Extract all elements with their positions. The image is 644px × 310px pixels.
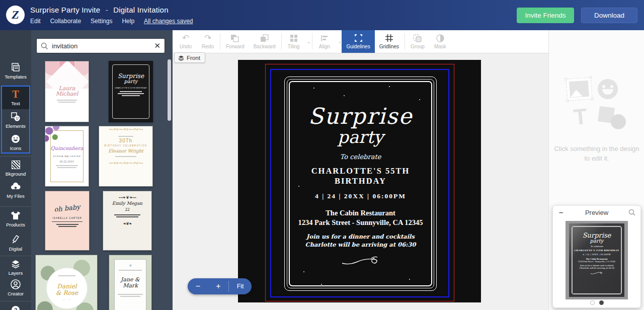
flourish-ornament[interactable] bbox=[338, 253, 383, 266]
chevron-down-icon[interactable]: ⌄ bbox=[338, 39, 342, 44]
menu-settings[interactable]: Settings bbox=[91, 18, 112, 25]
icons-icon bbox=[0, 134, 31, 144]
sidebar-divider bbox=[0, 256, 31, 256]
invite-to-celebrate[interactable]: To celebrate bbox=[290, 153, 431, 161]
sidebar-item-templates[interactable]: Templates bbox=[0, 62, 31, 80]
clear-search-icon[interactable]: ✕ bbox=[154, 41, 160, 50]
send-backward-icon bbox=[260, 34, 269, 42]
template-thumbnail-daniel-rose[interactable]: Daniel & Rose — · — bbox=[35, 255, 98, 310]
page-dot-1[interactable] bbox=[590, 300, 595, 305]
template-thumbnail-oh-baby[interactable]: oh baby ISABELLA CARTER bbox=[45, 191, 90, 251]
chevron-down-icon[interactable]: ⌄ bbox=[307, 39, 311, 44]
gold-flourish: ~∾~∾~∾~ bbox=[99, 126, 152, 132]
sidebar-item-digital[interactable]: Digital bbox=[0, 235, 31, 252]
sidebar-item-products[interactable]: Products bbox=[0, 210, 31, 227]
sidebar-label: Digital bbox=[0, 246, 31, 252]
align-button[interactable]: Align bbox=[313, 34, 336, 49]
minimize-icon[interactable]: – bbox=[559, 208, 563, 216]
smiley-placeholder-icon bbox=[598, 79, 618, 99]
decorative-line bbox=[114, 214, 140, 215]
circle-placeholder-icon bbox=[611, 114, 626, 129]
undo-icon: ↶ bbox=[182, 34, 189, 42]
magnifier-icon[interactable] bbox=[628, 209, 635, 216]
download-button[interactable]: Download bbox=[581, 8, 637, 23]
design-artboard[interactable]: Surprise party To celebrate CHARLOTTE'S … bbox=[238, 60, 481, 302]
sidebar-item-bkground[interactable]: Bkground bbox=[0, 160, 31, 177]
invite-address[interactable]: 1234 Park Street - Sunnyville, CA 12345 bbox=[290, 218, 431, 227]
canvas-toolbar: ↶ Undo ↷ Redo Forward Backward Tiling bbox=[173, 30, 548, 53]
guidelines-button[interactable]: Guidelines bbox=[342, 30, 374, 53]
invitation-frame[interactable]: Surprise party To celebrate CHARLOTTE'S … bbox=[284, 76, 437, 291]
decorative-line bbox=[115, 156, 136, 157]
properties-panel: T Click something in the design to edit … bbox=[548, 30, 644, 310]
sidebar-item-creator[interactable]: Creator bbox=[0, 279, 31, 296]
invite-friends-button[interactable]: Invite Friends bbox=[517, 8, 574, 23]
gridlines-button[interactable]: Gridlines bbox=[375, 30, 404, 53]
white-circle: Daniel & Rose — · — bbox=[47, 268, 87, 308]
template-thumbnail-surprise-party[interactable]: Surprise party CHARLOTTE'S 55TH BIRTHDAY bbox=[109, 61, 153, 122]
app-window: Z Surprise Party Invite - Digital Invita… bbox=[0, 0, 644, 310]
title-separator: - bbox=[106, 6, 108, 14]
zoom-in-button[interactable]: + bbox=[208, 282, 229, 291]
sidebar-item-icons[interactable]: Icons bbox=[0, 134, 31, 151]
sidebar-label: Creator bbox=[0, 291, 31, 296]
invite-script-subtitle[interactable]: party bbox=[290, 127, 431, 147]
sidebar-divider bbox=[0, 206, 31, 207]
invite-date-line[interactable]: 4 | 24 | 20XX | 06:00PM bbox=[290, 192, 431, 200]
invite-note-1[interactable]: Join us for a dinner and cocktails bbox=[290, 233, 431, 240]
sidebar-item-layers[interactable]: Layers bbox=[0, 259, 31, 276]
template-thumbnail-30th-birthday[interactable]: ~∾~∾~∾~ 30Th BIRTHDAY CELEBRATION Eleano… bbox=[99, 126, 153, 187]
decorative-line bbox=[52, 221, 83, 222]
decorative-line bbox=[58, 275, 75, 276]
tshirt-icon bbox=[0, 210, 31, 220]
menu-collaborate[interactable]: Collaborate bbox=[50, 18, 81, 25]
preview-panel: – Preview Surprise party To celebrate CH… bbox=[552, 205, 641, 308]
preview-thumbnail[interactable]: Surprise party To celebrate CHARLOTTE'S … bbox=[566, 221, 628, 299]
group-button[interactable]: Group bbox=[406, 30, 429, 53]
sidebar-item-help[interactable]: ? Help bbox=[0, 305, 31, 310]
redo-button[interactable]: ↷ Redo bbox=[197, 30, 219, 53]
template-thumbnail-floral-wedding[interactable]: Laura Michael bbox=[45, 61, 89, 122]
invite-headline[interactable]: CHARLOTTE'S 55TH BIRTHDAY bbox=[290, 166, 431, 186]
template-thumbnail-quinceanera[interactable]: Quinceañera SOPHIA BALLESTER 09.22.20XX bbox=[45, 126, 89, 187]
menu-edit[interactable]: Edit bbox=[30, 18, 41, 25]
template-search-box[interactable]: ✕ bbox=[36, 38, 165, 53]
invite-script-title[interactable]: Surprise bbox=[290, 103, 431, 129]
gold-flourish: ~∾~∾~∾~ bbox=[99, 160, 152, 166]
undo-button[interactable]: ↶ Undo bbox=[175, 30, 197, 53]
zoom-out-button[interactable]: − bbox=[188, 282, 208, 291]
sidebar-item-my-files[interactable]: My Files bbox=[0, 182, 31, 199]
menu-help[interactable]: Help bbox=[122, 18, 134, 25]
page-dot-2[interactable] bbox=[599, 300, 604, 305]
tiling-button[interactable]: Tiling bbox=[283, 34, 305, 49]
backward-button[interactable]: Backward bbox=[249, 30, 280, 53]
sidebar-item-elements[interactable]: Elements bbox=[0, 112, 31, 129]
template-thumbnail-bridal-shower[interactable]: ⌁⌁❧ ❦ ❧⌁⌁ Emily Megan 22 ❧❦❧ bbox=[103, 191, 152, 251]
preview-frame bbox=[572, 226, 622, 294]
panel-scrollbar[interactable] bbox=[168, 59, 171, 121]
template-thumbnail-jane-mark[interactable]: ❦ Jane & Mark bbox=[109, 255, 152, 310]
document-subtitle: Digital Invitation bbox=[113, 6, 169, 14]
search-input[interactable] bbox=[52, 42, 154, 50]
invite-venue[interactable]: The Cabin Restaurant bbox=[290, 209, 431, 217]
forward-button[interactable]: Forward bbox=[221, 30, 249, 53]
template-text: Mark bbox=[115, 283, 146, 289]
mask-icon bbox=[436, 34, 444, 42]
layers-icon bbox=[0, 259, 31, 269]
front-side-selector[interactable]: Front bbox=[174, 52, 205, 63]
bird-decoration: ❦ bbox=[115, 264, 146, 268]
zazzle-logo[interactable]: Z bbox=[6, 6, 25, 24]
templates-icon bbox=[0, 62, 31, 72]
redo-icon: ↷ bbox=[204, 34, 211, 42]
zoom-fit-button[interactable]: Fit bbox=[229, 283, 252, 290]
decorative-line bbox=[58, 226, 76, 227]
cloud-upload-icon bbox=[0, 182, 31, 192]
save-status[interactable]: All changes saved bbox=[144, 18, 193, 25]
toolbar-divider bbox=[312, 33, 312, 50]
sidebar-item-text[interactable]: T Text bbox=[0, 89, 31, 106]
decorative-line bbox=[119, 270, 142, 271]
search-icon bbox=[41, 42, 48, 50]
sidebar-label: Templates bbox=[0, 74, 31, 80]
invite-note-2[interactable]: Charlotte will be arriving at 06:30 bbox=[290, 241, 431, 248]
mask-button[interactable]: Mask bbox=[429, 30, 451, 53]
